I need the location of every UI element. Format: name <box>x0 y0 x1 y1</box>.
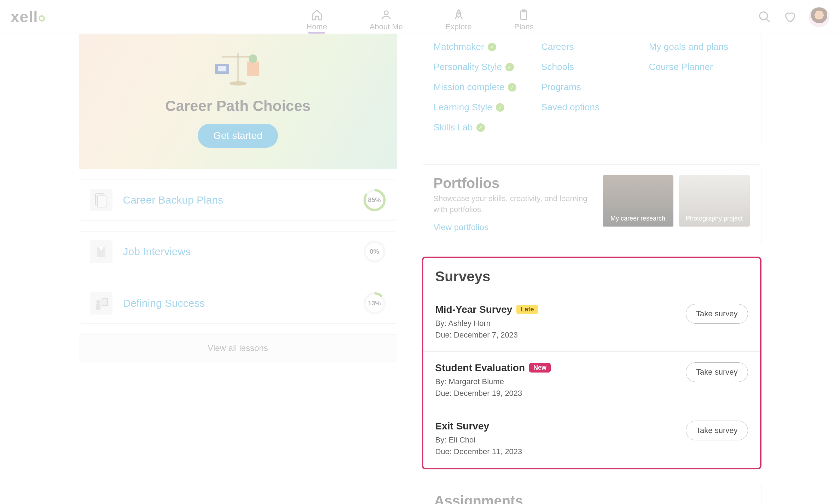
progress-ring: 85% <box>363 188 386 212</box>
survey-due: Due: December 7, 2023 <box>435 329 686 341</box>
portfolios-text: Portfolios Showcase your skills, creativ… <box>434 175 592 232</box>
hero-illustration <box>212 48 265 90</box>
links-col: Careers Schools Programs Saved options <box>541 41 642 133</box>
portfolios-card: Portfolios Showcase your skills, creativ… <box>422 164 761 243</box>
documents-icon <box>90 189 112 211</box>
link-careers[interactable]: Careers <box>541 41 642 52</box>
svg-point-1 <box>458 13 459 14</box>
progress-percent: 13% <box>363 292 386 315</box>
link-my-goals[interactable]: My goals and plans <box>649 41 750 52</box>
check-icon: ✓ <box>488 43 496 51</box>
person-icon <box>380 9 392 21</box>
survey-name: Student Evaluation <box>435 362 525 374</box>
nav-plans[interactable]: Plans <box>514 9 534 34</box>
quick-links-card: Matchmaker✓ Personality Style✓ Mission c… <box>422 34 761 146</box>
take-survey-button[interactable]: Take survey <box>686 304 748 324</box>
links-col: Matchmaker✓ Personality Style✓ Mission c… <box>434 41 534 133</box>
progress-percent: 85% <box>363 188 386 212</box>
nav-center: Home About Me Explore Plans <box>306 0 534 34</box>
lesson-link[interactable]: Job Interviews <box>123 246 352 258</box>
link-label: Skills Lab <box>434 122 473 133</box>
assignments-title: Assignments <box>434 493 749 504</box>
logo-text: xell <box>11 8 38 26</box>
link-matchmaker[interactable]: Matchmaker✓ <box>434 41 534 52</box>
svg-rect-20 <box>102 298 108 305</box>
logo[interactable]: xell <box>11 8 45 26</box>
heart-icon[interactable] <box>783 10 797 24</box>
link-mission-complete[interactable]: Mission complete✓ <box>434 82 534 93</box>
svg-point-0 <box>384 11 388 15</box>
svg-point-4 <box>760 12 767 19</box>
portfolio-thumb-label: My career research <box>610 215 665 222</box>
take-survey-button[interactable]: Take survey <box>686 362 748 382</box>
lesson-row[interactable]: Career Backup Plans 85% <box>79 180 397 221</box>
link-schools[interactable]: Schools <box>541 61 642 72</box>
lesson-row[interactable]: Defining Success 13% <box>79 283 397 324</box>
hero-card: Career Path Choices Get started <box>79 34 397 169</box>
home-icon <box>311 9 323 21</box>
view-portfolios-link[interactable]: View portfolios <box>434 222 592 232</box>
hero-title: Career Path Choices <box>89 98 387 115</box>
link-label: Personality Style <box>434 61 502 72</box>
portfolio-thumb[interactable]: Photography project <box>679 175 750 227</box>
main: Career Path Choices Get started Career B… <box>0 34 840 504</box>
search-icon[interactable] <box>758 10 771 24</box>
link-programs[interactable]: Programs <box>541 82 642 93</box>
survey-name: Mid-Year Survey <box>435 304 512 315</box>
check-icon: ✓ <box>508 83 516 92</box>
lesson-link[interactable]: Career Backup Plans <box>123 194 352 206</box>
logo-dot-icon <box>39 15 45 22</box>
survey-info: Mid-Year Survey Late By: Ashley Horn Due… <box>435 304 686 341</box>
nav-right <box>758 7 829 27</box>
surveys-card: Surveys Mid-Year Survey Late By: Ashley … <box>422 257 761 469</box>
survey-info: Student Evaluation New By: Margaret Blum… <box>435 362 686 399</box>
surveys-title: Surveys <box>435 269 748 285</box>
survey-item: Mid-Year Survey Late By: Ashley Horn Due… <box>423 293 760 352</box>
link-label: Learning Style <box>434 102 492 113</box>
rocket-icon <box>452 9 464 21</box>
nav-label: About Me <box>370 22 403 31</box>
link-saved-options[interactable]: Saved options <box>541 102 642 113</box>
link-label: Mission complete <box>434 82 505 93</box>
check-icon: ✓ <box>505 63 514 71</box>
clipboard-icon <box>518 9 530 21</box>
survey-item: Exit Survey By: Eli Choi Due: December 1… <box>423 410 760 468</box>
survey-by: By: Eli Choi <box>435 434 686 446</box>
nav-home[interactable]: Home <box>306 9 327 34</box>
link-label: Careers <box>541 41 574 52</box>
nav-explore[interactable]: Explore <box>445 9 472 34</box>
svg-point-18 <box>96 300 100 304</box>
portfolio-thumb-label: Photography project <box>686 215 743 222</box>
survey-due: Due: December 19, 2023 <box>435 387 686 399</box>
lesson-link[interactable]: Defining Success <box>123 297 352 309</box>
view-all-lessons-button[interactable]: View all lessons <box>79 334 397 362</box>
link-label: My goals and plans <box>649 41 728 52</box>
avatar[interactable] <box>809 7 829 27</box>
portfolio-thumb[interactable]: My career research <box>603 175 673 227</box>
link-course-planner[interactable]: Course Planner <box>649 61 750 72</box>
link-learning-style[interactable]: Learning Style✓ <box>434 102 534 113</box>
link-label: Matchmaker <box>434 41 484 52</box>
svg-rect-13 <box>98 196 106 207</box>
lesson-row[interactable]: Job Interviews 0% <box>79 231 397 272</box>
link-personality-style[interactable]: Personality Style✓ <box>434 61 534 72</box>
column-right: Matchmaker✓ Personality Style✓ Mission c… <box>422 34 761 504</box>
svg-rect-9 <box>247 61 259 76</box>
assignments-card: Assignments <box>422 483 761 504</box>
survey-name-row: Mid-Year Survey Late <box>435 304 686 315</box>
nav-about-me[interactable]: About Me <box>370 9 403 34</box>
svg-rect-19 <box>96 304 100 310</box>
survey-name: Exit Survey <box>435 421 489 432</box>
survey-by: By: Margaret Blume <box>435 376 686 387</box>
column-left: Career Path Choices Get started Career B… <box>79 34 397 504</box>
links-col: My goals and plans Course Planner <box>649 41 750 133</box>
progress-ring: 13% <box>363 292 386 315</box>
survey-info: Exit Survey By: Eli Choi Due: December 1… <box>435 421 686 457</box>
portfolio-thumbs: My career research Photography project <box>603 175 750 232</box>
get-started-button[interactable]: Get started <box>198 124 278 148</box>
svg-rect-8 <box>218 66 226 71</box>
survey-name-row: Exit Survey <box>435 421 686 432</box>
link-skills-lab[interactable]: Skills Lab✓ <box>434 122 534 133</box>
take-survey-button[interactable]: Take survey <box>686 421 748 440</box>
nav-label: Explore <box>445 22 472 31</box>
